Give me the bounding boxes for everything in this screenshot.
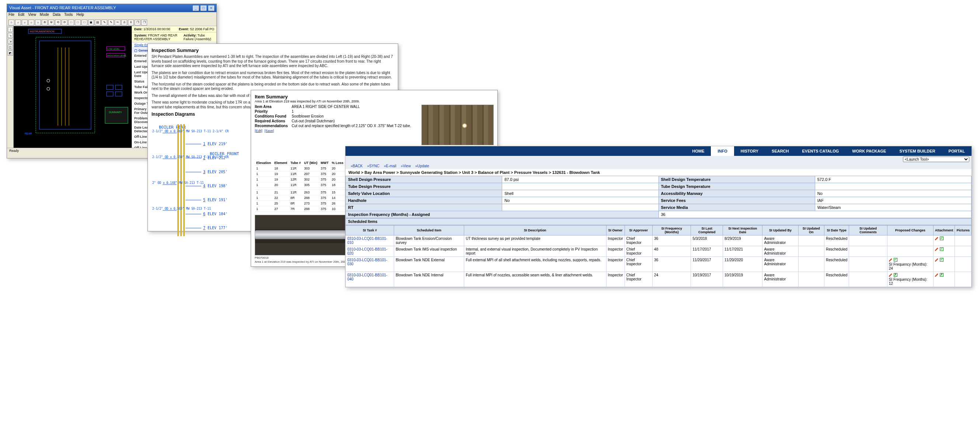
edit-icon[interactable] — [935, 236, 939, 240]
col-header: SI Updated On — [798, 225, 824, 236]
portal-nav: HOMEINFOHISTORYSEARCHEVENTS CATALOGWORK … — [345, 146, 972, 156]
toolbar-button[interactable]: □ — [81, 19, 88, 25]
check-icon[interactable] — [940, 247, 943, 251]
maximize-button[interactable]: □ — [200, 6, 207, 11]
nav-portal[interactable]: PORTAL — [942, 146, 972, 156]
toolbar-button[interactable]: ⟲ — [55, 19, 61, 25]
task-link[interactable]: 0310-03-LCQ01-BB101-030 — [346, 257, 394, 272]
toolbar-button[interactable]: ❐ — [135, 19, 140, 25]
minimize-button[interactable]: _ — [193, 6, 199, 11]
svg-rect-12 — [107, 85, 113, 90]
field-label: Item Area — [255, 105, 292, 109]
edit-icon[interactable] — [935, 273, 939, 277]
side-toolbar-button[interactable]: ⇲ — [8, 39, 13, 44]
item-link[interactable]: [Edit] — [255, 129, 262, 133]
breadcrumb[interactable]: World > Bay Area Power > Sunnyvale Gener… — [345, 169, 972, 176]
nav-search[interactable]: SEARCH — [765, 146, 795, 156]
toolbar-button[interactable]: □ — [75, 19, 81, 25]
item-subheading: Area 1 at Elevation 219 was inspected by… — [255, 100, 494, 103]
edit-icon[interactable] — [935, 247, 939, 251]
svg-text:2   ELEV 212': 2 ELEV 212' — [203, 156, 228, 160]
edit-icon[interactable] — [935, 258, 939, 261]
task-link[interactable]: 0310-03-LCQ01-BB101-020 — [346, 246, 394, 257]
toolbar-top: ⌂⌕⌕⌕⌕⟰⟱⟲⟳□□□▣▤✎✎✄⎙⎘❐❐ — [7, 19, 216, 26]
action-link[interactable]: »Update — [415, 164, 429, 168]
col-header: SI Next Inspection Date — [723, 225, 762, 236]
check-icon[interactable] — [894, 273, 897, 277]
svg-text:4   ELEV 198': 4 ELEV 198' — [203, 184, 228, 188]
action-link[interactable]: »SYNC — [367, 164, 379, 168]
toolbar-side: ↕↘⇲◫◩ — [7, 26, 14, 148]
task-link[interactable]: 0310-03-LCQ01-BB101-040 — [346, 272, 394, 287]
toolbar-button[interactable]: ⟳ — [62, 19, 67, 25]
side-toolbar-button[interactable]: ◩ — [8, 51, 13, 55]
launch-tool-select[interactable]: <Launch Tool> — [903, 157, 969, 162]
menu-edit[interactable]: Edit — [18, 13, 24, 18]
hdr-activity-lbl: Activity: — [184, 33, 197, 37]
toolbar-button[interactable]: ❐ — [141, 19, 147, 25]
toolbar-button[interactable]: ✎ — [102, 19, 107, 25]
toolbar-button[interactable]: ▣ — [88, 19, 94, 25]
table-row: 0310-03-LCQ01-BB101-020 Blowdown Tank IM… — [346, 246, 972, 257]
check-icon[interactable] — [940, 258, 943, 261]
action-link[interactable]: »View — [401, 164, 411, 168]
menu-file[interactable]: File — [8, 13, 14, 18]
nav-home[interactable]: HOME — [686, 146, 711, 156]
svg-rect-13 — [115, 85, 122, 90]
toolbar-button[interactable]: ✄ — [115, 19, 121, 25]
close-button[interactable]: ✕ — [208, 6, 214, 11]
field-value: Cut-out (Install Dutchman) — [292, 119, 418, 123]
field-label: Required Actions — [255, 119, 292, 123]
toolbar-button[interactable]: ▤ — [95, 19, 101, 25]
check-icon[interactable] — [894, 258, 897, 261]
toolbar-button[interactable]: ⌕ — [15, 19, 21, 25]
menu-data[interactable]: Data — [53, 13, 60, 18]
table-header: Tube # — [289, 160, 303, 166]
item-link[interactable]: [Save] — [265, 129, 274, 133]
toolbar-button[interactable]: ✎ — [108, 19, 114, 25]
nav-system-builder[interactable]: SYSTEM BUILDER — [892, 146, 942, 156]
prop-key: Tube Design Pressure — [346, 183, 502, 190]
nav-work-package[interactable]: WORK PACKAGE — [845, 146, 892, 156]
prop-val: IAF — [815, 197, 971, 204]
doc-para: SH Pendant Platen Assemblies are numbere… — [151, 54, 394, 68]
action-link[interactable]: »BACK — [351, 164, 363, 168]
toolbar-button[interactable]: ⎘ — [128, 19, 134, 25]
menu-view[interactable]: View — [28, 13, 36, 18]
toolbar-button[interactable]: ⟱ — [48, 19, 54, 25]
toolbar-button[interactable]: ⌕ — [29, 19, 34, 25]
field-label: Conditions Found — [255, 114, 292, 118]
window-titlebar[interactable]: Visual Asset - FRONT AND REAR REHEATER A… — [7, 4, 216, 12]
cad-canvas[interactable]: INSTRUMENTATION LOW LEVEL HIGH HIGH LEVE… — [14, 26, 132, 148]
edit-icon[interactable] — [889, 258, 892, 261]
task-link[interactable]: 0310-03-LCQ01-BB101-010 — [346, 236, 394, 246]
edit-icon[interactable] — [889, 273, 892, 277]
nav-events-catalog[interactable]: EVENTS CATALOG — [795, 146, 846, 156]
toolbar-button[interactable]: □ — [68, 19, 74, 25]
toolbar-button[interactable]: ⌕ — [22, 19, 28, 25]
hdr-event: S2 2006 Fall PO — [190, 27, 214, 31]
nav-info[interactable]: INFO — [711, 146, 734, 156]
col-header: Proposed Changes — [887, 225, 933, 236]
check-icon[interactable] — [940, 236, 943, 240]
item-heading: Item Summary — [255, 94, 494, 100]
menu-mode[interactable]: Mode — [40, 13, 49, 18]
toolbar-button[interactable]: ⟰ — [42, 19, 48, 25]
toolbar-button[interactable]: ⎙ — [121, 19, 127, 25]
col-header: SI Date Type — [824, 225, 849, 236]
toolbar-button[interactable]: ⌂ — [8, 19, 14, 25]
check-icon[interactable] — [940, 273, 943, 277]
hdr-event-lbl: Event: — [179, 27, 189, 31]
menu-tools[interactable]: Tools — [64, 13, 73, 18]
side-toolbar-button[interactable]: ↕ — [8, 27, 13, 32]
menu-help[interactable]: Help — [76, 13, 84, 18]
nav-history[interactable]: HISTORY — [734, 146, 765, 156]
action-link[interactable]: »E-mail — [384, 164, 396, 168]
col-header: Attachment — [933, 225, 955, 236]
field-value: AREA 1 RIGHT SIDE OF CENTER WALL — [292, 105, 418, 109]
col-header: SI Updated Comments — [849, 225, 887, 236]
side-toolbar-button[interactable]: ◫ — [8, 44, 13, 50]
toolbar-button[interactable]: ⌕ — [35, 19, 41, 25]
svg-text:SUMMARY: SUMMARY — [109, 111, 122, 114]
side-toolbar-button[interactable]: ↘ — [8, 33, 13, 38]
